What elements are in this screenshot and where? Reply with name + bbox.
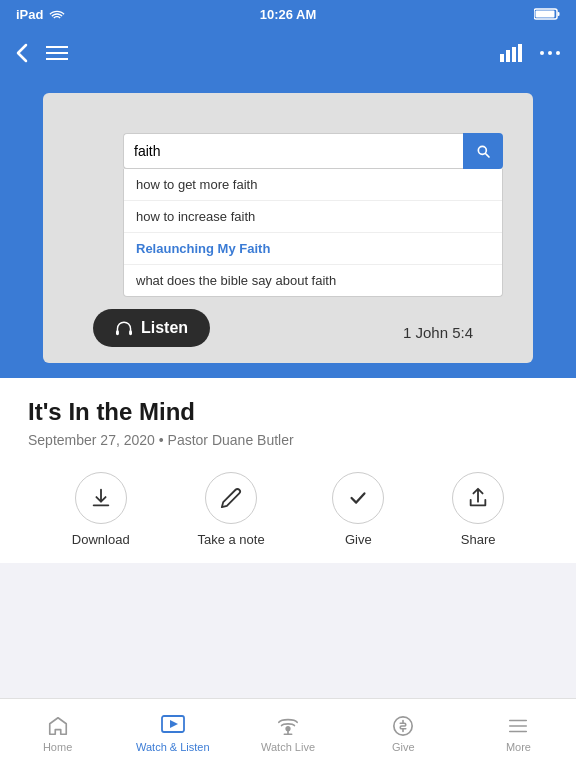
give-label: Give xyxy=(345,532,372,547)
suggestion-4[interactable]: what does the bible say about faith xyxy=(124,265,502,296)
tab-watch-live[interactable]: Watch Live xyxy=(230,715,345,753)
suggestion-2[interactable]: how to increase faith xyxy=(124,201,502,233)
status-bar: iPad 10:26 AM xyxy=(0,0,576,28)
more-dots-button[interactable] xyxy=(540,50,560,56)
share-action[interactable]: Share xyxy=(452,472,504,547)
svg-rect-9 xyxy=(518,44,522,62)
video-thumbnail: how to get more faith how to increase fa… xyxy=(43,93,533,363)
suggestion-1[interactable]: how to get more faith xyxy=(124,169,502,201)
search-dropdown: how to get more faith how to increase fa… xyxy=(123,133,503,297)
verse-reference: 1 John 5:4 xyxy=(403,324,473,341)
chart-button[interactable] xyxy=(500,44,522,62)
tab-home-label: Home xyxy=(43,741,72,753)
give-tab-icon xyxy=(392,715,414,737)
search-icon xyxy=(475,143,491,159)
search-input-row xyxy=(123,133,503,169)
tab-home[interactable]: Home xyxy=(0,715,115,753)
sermon-meta: September 27, 2020 • Pastor Duane Butler xyxy=(28,432,548,448)
back-button[interactable] xyxy=(16,43,28,63)
hero-area: how to get more faith how to increase fa… xyxy=(0,78,576,378)
download-circle xyxy=(75,472,127,524)
carrier-label: iPad xyxy=(16,7,43,22)
tab-watch-listen[interactable]: Watch & Listen xyxy=(115,715,230,753)
svg-rect-2 xyxy=(558,12,560,16)
sermon-title: It's In the Mind xyxy=(28,398,548,426)
download-icon xyxy=(90,487,112,509)
give-circle xyxy=(332,472,384,524)
tab-give-label: Give xyxy=(392,741,415,753)
tab-more[interactable]: More xyxy=(461,715,576,753)
svg-rect-8 xyxy=(512,47,516,62)
svg-rect-14 xyxy=(116,330,119,335)
tab-give[interactable]: Give xyxy=(346,715,461,753)
watch-listen-icon xyxy=(161,715,185,737)
svg-point-11 xyxy=(548,51,552,55)
status-time: 10:26 AM xyxy=(260,7,317,22)
search-input[interactable] xyxy=(123,133,463,169)
share-label: Share xyxy=(461,532,496,547)
svg-rect-7 xyxy=(506,50,510,62)
svg-point-12 xyxy=(556,51,560,55)
search-button[interactable] xyxy=(463,133,503,169)
svg-rect-15 xyxy=(129,330,132,335)
svg-rect-1 xyxy=(536,11,555,18)
give-action[interactable]: Give xyxy=(332,472,384,547)
menu-button[interactable] xyxy=(46,45,68,61)
listen-button[interactable]: Listen xyxy=(93,309,210,347)
suggestion-3[interactable]: Relaunching My Faith xyxy=(124,233,502,265)
check-icon xyxy=(347,487,369,509)
svg-marker-17 xyxy=(170,720,178,728)
tab-bar: Home Watch & Listen Watch Live Give xyxy=(0,698,576,768)
actions-row: Download Take a note Give xyxy=(28,472,548,547)
svg-rect-6 xyxy=(500,54,504,62)
wifi-icon xyxy=(49,8,65,20)
note-label: Take a note xyxy=(197,532,264,547)
more-tab-icon xyxy=(507,715,529,737)
download-action[interactable]: Download xyxy=(72,472,130,547)
nav-bar xyxy=(0,28,576,78)
download-label: Download xyxy=(72,532,130,547)
battery-icon xyxy=(534,8,560,20)
svg-point-10 xyxy=(540,51,544,55)
content-area: It's In the Mind September 27, 2020 • Pa… xyxy=(0,378,576,563)
sermon-date: September 27, 2020 xyxy=(28,432,155,448)
search-results: how to get more faith how to increase fa… xyxy=(123,169,503,297)
headphones-icon xyxy=(115,320,133,336)
home-icon xyxy=(47,715,69,737)
note-circle xyxy=(205,472,257,524)
share-circle xyxy=(452,472,504,524)
tab-watch-listen-label: Watch & Listen xyxy=(136,741,210,753)
sermon-pastor: Pastor Duane Butler xyxy=(168,432,294,448)
tab-more-label: More xyxy=(506,741,531,753)
sermon-separator: • xyxy=(159,432,168,448)
tab-watch-live-label: Watch Live xyxy=(261,741,315,753)
note-action[interactable]: Take a note xyxy=(197,472,264,547)
pencil-icon xyxy=(220,487,242,509)
share-icon xyxy=(467,487,489,509)
watch-live-icon xyxy=(277,715,299,737)
